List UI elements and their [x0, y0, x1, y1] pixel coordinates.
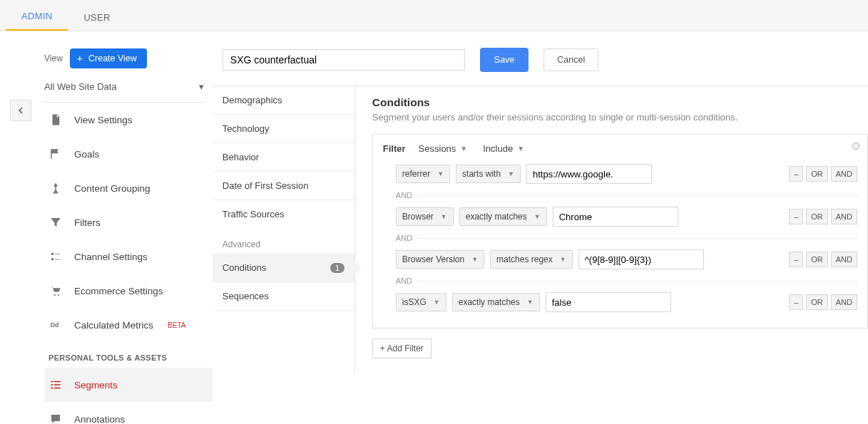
nav-label: View Settings [74, 115, 133, 125]
and-separator: AND [396, 234, 857, 242]
nav-section-personal: PERSONAL TOOLS & ASSETS [44, 342, 213, 368]
seg-demographics[interactable]: Demographics [213, 86, 354, 115]
condition-row: referrer▼starts with▼–ORAND [396, 164, 857, 184]
condition-value-input[interactable] [578, 249, 704, 269]
caret-down-icon: ▼ [560, 256, 566, 263]
or-button[interactable]: OR [806, 252, 828, 267]
filter-mode-select[interactable]: Include▼ [480, 143, 527, 154]
nav-annotations[interactable]: Annotations [44, 402, 213, 424]
nav-label: Ecommerce Settings [74, 286, 163, 296]
caret-down-icon: ▼ [517, 145, 524, 152]
or-button[interactable]: OR [806, 209, 828, 224]
and-button[interactable]: AND [831, 252, 857, 267]
or-button[interactable]: OR [806, 166, 828, 182]
caret-down-icon: ▼ [460, 145, 467, 152]
filter-box: Filter Sessions▼ Include▼ referrer▼start… [372, 134, 868, 329]
dimension-select[interactable]: Browser▼ [396, 207, 454, 226]
seg-sequences[interactable]: Sequences [213, 282, 354, 311]
seg-conditions-label: Conditions [223, 262, 266, 273]
nav-calculated-metrics[interactable]: Dd Calculated Metrics BETA [44, 308, 213, 342]
nav-channel-settings[interactable]: Channel Settings [44, 239, 213, 274]
svg-text:Dd: Dd [51, 321, 59, 329]
nav-label: Calculated Metrics [74, 320, 153, 331]
match-select[interactable]: starts with▼ [456, 165, 521, 183]
match-select[interactable]: matches regex▼ [490, 250, 573, 269]
save-button[interactable]: Save [481, 48, 529, 71]
annotation-icon [48, 412, 63, 424]
caret-down-icon: ▼ [508, 170, 514, 177]
nav-ecommerce[interactable]: Ecommerce Settings [44, 274, 213, 308]
filter-scope-value: Sessions [419, 143, 456, 154]
seg-first-session[interactable]: Date of First Session [213, 172, 354, 200]
back-button[interactable] [10, 100, 31, 121]
match-select[interactable]: exactly matches▼ [452, 293, 540, 311]
remove-condition-button[interactable]: – [789, 166, 803, 182]
nav-filters[interactable]: Filters [44, 205, 213, 239]
dimension-select[interactable]: referrer▼ [396, 165, 450, 183]
add-filter-button[interactable]: + Add Filter [372, 338, 432, 358]
nav-view-settings[interactable]: View Settings [44, 103, 213, 137]
and-button[interactable]: AND [831, 294, 857, 310]
condition-value-input[interactable] [546, 292, 671, 312]
condition-value-input[interactable] [553, 207, 678, 227]
dimension-select[interactable]: isSXG▼ [396, 293, 446, 311]
nav-goals[interactable]: Goals [44, 137, 213, 171]
create-view-label: Create View [88, 53, 137, 63]
tab-user[interactable]: USER [68, 3, 126, 31]
remove-condition-button[interactable]: – [789, 294, 803, 310]
conditions-title: Conditions [372, 96, 868, 109]
caret-down-icon: ▼ [441, 213, 447, 220]
settings-icon [48, 249, 63, 264]
seg-advanced-heading: Advanced [213, 228, 354, 254]
caret-down-icon: ▼ [434, 299, 440, 306]
filter-scope-select[interactable]: Sessions▼ [416, 143, 471, 154]
view-selector[interactable]: All Web Site Data ▾ [44, 77, 205, 103]
match-select[interactable]: exactly matches▼ [459, 207, 547, 226]
condition-value-input[interactable] [526, 164, 652, 184]
and-separator: AND [396, 276, 857, 285]
seg-traffic[interactable]: Traffic Sources [213, 200, 354, 228]
plus-icon: + [77, 55, 83, 62]
and-separator: AND [396, 191, 857, 200]
and-button[interactable]: AND [831, 209, 857, 224]
flag-icon [48, 147, 63, 161]
caret-down-icon: ▾ [199, 81, 204, 92]
nav-label: Goals [74, 149, 99, 160]
tab-admin[interactable]: ADMIN [6, 1, 68, 31]
remove-condition-button[interactable]: – [789, 252, 803, 267]
nav-label: Segments [74, 380, 118, 391]
seg-conditions[interactable]: Conditions 1 [213, 254, 354, 282]
or-button[interactable]: OR [806, 294, 828, 310]
segment-name-input[interactable] [223, 49, 465, 71]
document-icon [48, 113, 63, 127]
nav-segments[interactable]: Segments [44, 368, 213, 402]
dimension-select[interactable]: Browser Version▼ [396, 250, 484, 269]
remove-condition-button[interactable]: – [789, 209, 803, 224]
condition-row: Browser Version▼matches regex▼–ORAND [396, 249, 857, 269]
close-icon [850, 140, 862, 152]
caret-down-icon: ▼ [527, 299, 533, 306]
condition-row: isSXG▼exactly matches▼–ORAND [396, 292, 857, 312]
conditions-subtitle: Segment your users and/or their sessions… [372, 112, 868, 123]
filter-mode-value: Include [483, 143, 513, 154]
and-button[interactable]: AND [831, 166, 857, 182]
caret-down-icon: ▼ [534, 213, 541, 220]
arrow-left-icon [14, 104, 27, 117]
view-selector-label: All Web Site Data [44, 81, 117, 92]
seg-technology[interactable]: Technology [213, 115, 354, 143]
filter-label: Filter [383, 143, 406, 154]
nav-content-grouping[interactable]: Content Grouping [44, 171, 213, 205]
nav-label: Annotations [74, 414, 125, 425]
beta-badge: BETA [168, 321, 185, 329]
cancel-button[interactable]: Cancel [543, 48, 598, 71]
nav-label: Filters [74, 217, 101, 228]
remove-filter-button[interactable] [850, 140, 862, 152]
nav-label: Channel Settings [74, 252, 148, 262]
cart-icon [48, 284, 63, 298]
conditions-count-badge: 1 [330, 263, 344, 273]
segments-icon [48, 378, 63, 392]
create-view-button[interactable]: + Create View [70, 48, 147, 68]
seg-behavior[interactable]: Behavior [213, 143, 354, 172]
condition-row: Browser▼exactly matches▼–ORAND [396, 207, 857, 227]
nav-label: Content Grouping [74, 183, 150, 194]
